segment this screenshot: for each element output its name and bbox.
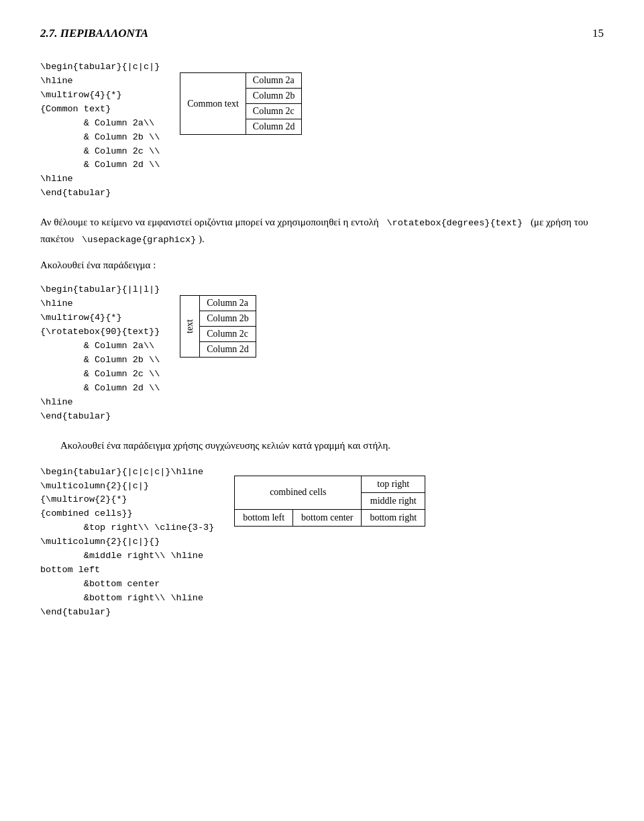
section-2: \begin{tabular}{|l|l|} \hline \multirow{… (40, 283, 604, 423)
table-2: text Column 2a Column 2b Column 2c Colum… (180, 295, 256, 358)
page-number: 15 (592, 27, 604, 40)
combined-cells-td: combined cells (235, 476, 362, 509)
paragraph-example-intro: Ακολουθεί ένα παράδειγμα : (40, 257, 604, 273)
para-text-1c: ). (199, 233, 205, 244)
bottom-left-td: bottom left (235, 509, 293, 526)
code-table-row-1: \begin{tabular}{|c|c|} \hline \multirow{… (40, 60, 604, 201)
paragraph-rotatebox: Αν θέλουμε το κείμενο να εμφανιστεί οριζ… (40, 214, 604, 247)
col2a-cell: Column 2a (246, 73, 302, 89)
example-intro-text: Ακολουθεί ένα παράδειγμα : (40, 260, 156, 270)
col2d-cell: Column 2d (246, 119, 302, 135)
t2-col2d-cell: Column 2d (200, 342, 256, 358)
middle-right-td: middle right (362, 492, 425, 509)
rotated-text-cell: text (180, 296, 200, 358)
t2-col2c-cell: Column 2c (200, 327, 256, 342)
code-table-row-3: \begin{tabular}{|c|c|c|}\hline \multicol… (40, 466, 604, 620)
top-right-td: top right (362, 476, 425, 492)
table-demo-3: combined cells top right middle right bo… (234, 472, 425, 527)
table-demo-2: text Column 2a Column 2b Column 2c Colum… (180, 295, 256, 358)
col2c-cell: Column 2c (246, 104, 302, 119)
code-block-3: \begin{tabular}{|c|c|c|}\hline \multicol… (40, 466, 214, 620)
paragraph-merge: Ακολουθεί ένα παράδειγμα χρήσης συγχώνευ… (60, 437, 604, 453)
common-text-cell: Common text (180, 73, 246, 135)
code-inline-2: \usepackage{graphicx} (76, 235, 196, 245)
code-block-1: \begin{tabular}{|c|c|} \hline \multirow{… (40, 60, 160, 201)
section-3: \begin{tabular}{|c|c|c|}\hline \multicol… (40, 466, 604, 620)
code-table-row-2: \begin{tabular}{|l|l|} \hline \multirow{… (40, 283, 604, 423)
chapter-title: 2.7. ΠΕΡΙΒΑΛΛΟΝΤΑ (40, 27, 148, 40)
rotated-text: text (182, 316, 197, 337)
merge-text: Ακολουθεί ένα παράδειγμα χρήσης συγχώνευ… (60, 440, 390, 451)
table-1: Common text Column 2a Column 2b Column 2… (180, 72, 302, 135)
table-3: combined cells top right middle right bo… (234, 476, 425, 527)
bottom-right-td: bottom right (362, 509, 425, 526)
t2-col2b-cell: Column 2b (200, 311, 256, 327)
t2-col2a-cell: Column 2a (200, 296, 256, 311)
code-block-2: \begin{tabular}{|l|l|} \hline \multirow{… (40, 283, 160, 423)
para-text-1: Αν θέλουμε το κείμενο να εμφανιστεί οριζ… (40, 217, 379, 227)
section-1: \begin{tabular}{|c|c|} \hline \multirow{… (40, 60, 604, 201)
table-demo-1: Common text Column 2a Column 2b Column 2… (180, 72, 302, 135)
code-inline-1: \rotatebox{degrees}{text} (381, 218, 528, 228)
bottom-center-td: bottom center (293, 509, 362, 526)
table-row-3: bottom left bottom center bottom right (235, 509, 425, 526)
page-header: 2.7. ΠΕΡΙΒΑΛΛΟΝΤΑ 15 (40, 27, 604, 40)
col2b-cell: Column 2b (246, 89, 302, 104)
table-row-1: combined cells top right (235, 476, 425, 492)
